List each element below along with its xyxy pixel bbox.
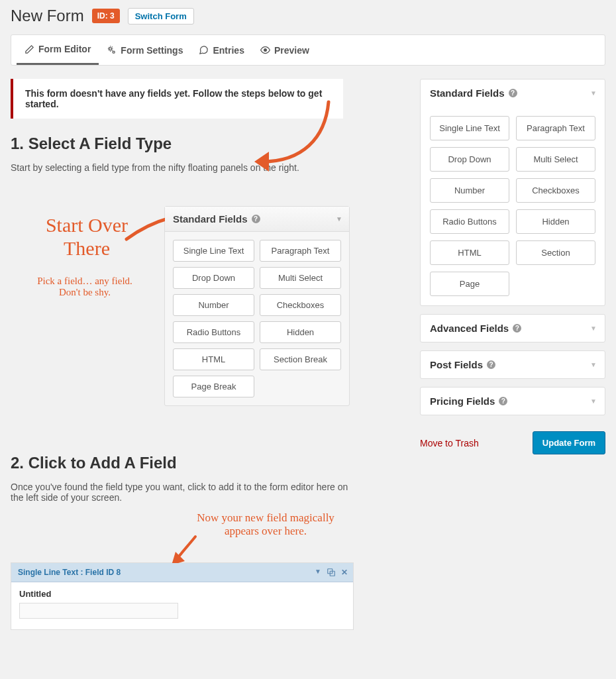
panel-post-fields: Post Fields ? ▼ — [420, 350, 605, 379]
edit-icon — [25, 44, 34, 54]
panel-header-pricing[interactable]: Pricing Fields ? ▼ — [421, 388, 605, 415]
field-type-button[interactable]: Single Line Text — [430, 116, 509, 140]
tab-label: Form Editor — [38, 44, 91, 54]
annotation-new-field-appears: Now your new field magically appears ove… — [186, 511, 345, 537]
chevron-down-icon[interactable]: ▼ — [315, 568, 321, 577]
panel-title: Advanced Fields — [430, 323, 509, 334]
panel-header-advanced[interactable]: Advanced Fields ? ▼ — [421, 315, 605, 342]
field-type-button[interactable]: Drop Down — [430, 147, 509, 172]
tab-label: Entries — [213, 45, 244, 56]
panel-header: Standard Fields ? ▼ — [165, 207, 349, 232]
panel-pricing-fields: Pricing Fields ? ▼ — [420, 387, 605, 415]
duplicate-icon[interactable] — [327, 568, 336, 577]
field-type-button: Hidden — [260, 321, 341, 343]
chevron-down-icon: ▼ — [590, 325, 597, 332]
field-type-button: Checkboxes — [260, 294, 341, 316]
page-header: New Form ID: 3 Switch Form — [11, 7, 605, 25]
gears-icon — [107, 45, 117, 55]
field-type-button: Paragraph Text — [260, 240, 341, 262]
field-type-button: Radio Buttons — [173, 321, 254, 343]
field-type-button: Drop Down — [173, 267, 254, 289]
panel-title: Post Fields — [430, 359, 483, 370]
step-2-heading: 2. Click to Add A Field — [11, 454, 407, 472]
svg-point-2 — [264, 49, 267, 52]
panel-advanced-fields: Advanced Fields ? ▼ — [420, 314, 605, 342]
field-type-button[interactable]: Hidden — [516, 209, 595, 234]
field-type-button[interactable]: Number — [430, 178, 509, 203]
switch-form-button[interactable]: Switch Form — [128, 8, 194, 25]
field-type-button: HTML — [173, 348, 254, 370]
close-icon[interactable]: ✕ — [341, 568, 348, 577]
speech-bubble-icon — [199, 45, 209, 55]
annotation-pick-a-field: Pick a field… any field. Don't be shy. — [19, 276, 151, 299]
id-badge: ID: 3 — [92, 9, 120, 23]
eye-icon — [260, 45, 270, 55]
chevron-down-icon: ▼ — [590, 361, 597, 368]
panel-title: Standard Fields — [173, 213, 248, 225]
tab-label: Form Settings — [121, 45, 183, 56]
help-icon[interactable]: ? — [487, 360, 495, 369]
svg-point-0 — [109, 48, 112, 50]
panel-title: Pricing Fields — [430, 395, 495, 407]
tabs: Form Editor Form Settings Entries Previe… — [11, 34, 605, 66]
field-row-label: Single Line Text : Field ID 8 — [18, 568, 121, 577]
tab-entries[interactable]: Entries — [191, 35, 252, 65]
help-icon: ? — [252, 215, 260, 223]
step-1-heading: 1. Select A Field Type — [11, 134, 407, 153]
field-type-button[interactable]: Radio Buttons — [430, 209, 509, 234]
field-type-button: Multi Select — [260, 267, 341, 289]
field-input-preview — [19, 603, 178, 619]
arrow-icon — [249, 99, 335, 172]
field-type-button[interactable]: Checkboxes — [516, 178, 595, 203]
field-type-button[interactable]: Section — [516, 240, 595, 265]
tab-preview[interactable]: Preview — [252, 35, 317, 65]
arrow-icon — [169, 533, 202, 566]
panel-standard-fields: Standard Fields ? ▼ Single Line TextPara… — [420, 79, 605, 306]
panel-title: Standard Fields — [430, 87, 505, 99]
annotation-start-over-there: Start Over There — [24, 214, 150, 260]
help-icon[interactable]: ? — [509, 89, 517, 97]
field-type-button[interactable]: Page — [430, 272, 509, 296]
tab-label: Preview — [274, 45, 309, 56]
field-type-button[interactable]: Multi Select — [516, 147, 595, 172]
field-row-header[interactable]: Single Line Text : Field ID 8 ▼ ✕ — [11, 563, 353, 582]
field-type-button: Number — [173, 294, 254, 316]
step-2-desc: Once you've found the field type you wan… — [11, 482, 355, 503]
svg-point-1 — [113, 51, 115, 53]
field-type-button[interactable]: HTML — [430, 240, 509, 265]
field-type-button[interactable]: Paragraph Text — [516, 116, 595, 140]
panel-header-post[interactable]: Post Fields ? ▼ — [421, 351, 605, 378]
tab-form-editor[interactable]: Form Editor — [17, 35, 99, 65]
chevron-down-icon: ▼ — [336, 215, 342, 223]
field-type-button: Page Break — [173, 376, 254, 397]
chevron-down-icon: ▼ — [590, 397, 597, 405]
chevron-down-icon: ▼ — [590, 89, 597, 97]
panel-header-standard[interactable]: Standard Fields ? ▼ — [421, 79, 605, 107]
move-to-trash-link[interactable]: Move to Trash — [420, 438, 479, 448]
help-icon[interactable]: ? — [499, 397, 507, 405]
svg-marker-3 — [254, 152, 269, 172]
tab-form-settings[interactable]: Form Settings — [99, 35, 191, 65]
update-form-button[interactable]: Update Form — [533, 431, 605, 454]
help-icon[interactable]: ? — [513, 324, 521, 333]
field-type-button: Section Break — [260, 348, 341, 370]
field-label: Untitled — [19, 589, 345, 599]
illustration-added-field: Now your new field magically appears ove… — [11, 562, 354, 630]
page-title: New Form — [11, 7, 84, 25]
